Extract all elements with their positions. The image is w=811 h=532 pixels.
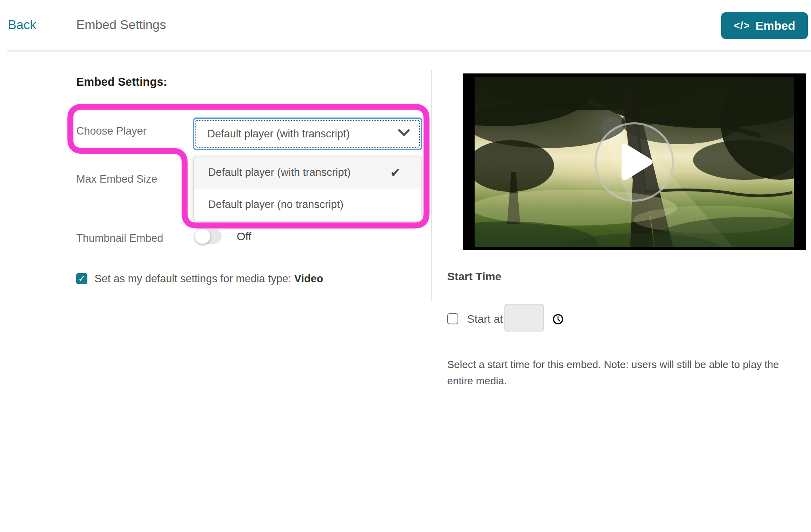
start-time-input[interactable] <box>504 304 544 332</box>
play-button[interactable] <box>595 122 674 202</box>
settings-section-heading: Embed Settings: <box>76 75 167 89</box>
media-type-value: Video <box>294 273 323 285</box>
check-icon: ✓ <box>78 274 85 283</box>
default-settings-label: Set as my default settings for media typ… <box>95 273 323 285</box>
code-icon: </> <box>734 19 750 32</box>
embed-button[interactable]: </> Embed <box>721 12 808 39</box>
toggle-state-label: Off <box>237 230 251 243</box>
start-time-heading: Start Time <box>447 270 501 283</box>
check-icon: ✔ <box>390 165 401 180</box>
dropdown-option-with-transcript[interactable]: Default player (with transcript) ✔ <box>194 156 421 189</box>
thumbnail-embed-toggle[interactable] <box>195 229 222 244</box>
page-title: Embed Settings <box>76 17 166 32</box>
chevron-down-icon <box>398 129 410 139</box>
player-select-value: Default player (with transcript) <box>207 128 350 140</box>
toggle-knob <box>195 228 210 244</box>
embed-settings-page: Back Embed Settings </> Embed Embed Sett… <box>0 0 811 532</box>
header-divider <box>7 50 811 52</box>
option-label: Default player (no transcript) <box>208 199 344 211</box>
start-at-checkbox[interactable] <box>447 313 458 324</box>
choose-player-label: Choose Player <box>76 125 147 137</box>
player-select-menu: Default player (with transcript) ✔ Defau… <box>193 156 422 222</box>
thumbnail-embed-label: Thumbnail Embed <box>76 232 163 245</box>
back-link[interactable]: Back <box>8 17 36 32</box>
video-player-preview[interactable] <box>463 73 806 250</box>
max-embed-size-label: Max Embed Size <box>76 173 157 185</box>
embed-button-label: Embed <box>755 19 795 33</box>
dropdown-option-no-transcript[interactable]: Default player (no transcript) <box>194 189 421 221</box>
player-select-dropdown[interactable]: Default player (with transcript) <box>193 118 422 150</box>
column-divider <box>431 70 432 301</box>
start-time-note: Select a start time for this embed. Note… <box>447 357 805 389</box>
start-at-label: Start at <box>467 313 503 326</box>
play-icon <box>620 141 654 183</box>
default-settings-checkbox[interactable]: ✓ <box>76 273 87 284</box>
clock-icon[interactable] <box>552 313 564 327</box>
option-label: Default player (with transcript) <box>208 166 351 179</box>
